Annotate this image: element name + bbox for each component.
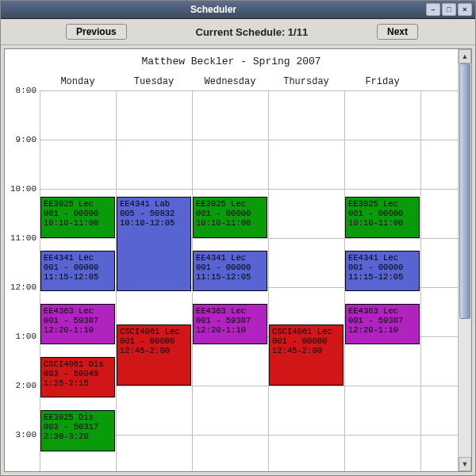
event-line: 001 - 00000 <box>44 209 112 218</box>
event-line: 003 - 50045 <box>44 369 112 378</box>
event-line: EE4341 Lec <box>348 253 416 263</box>
event-line: EE3025 Lec <box>196 199 264 209</box>
previous-button[interactable]: Previous <box>66 24 127 40</box>
event-line: 11:15-12:05 <box>348 272 416 282</box>
event-line: EE3025 Dis <box>44 413 112 422</box>
calendar-grid: Matthew Beckler - Spring 2007 MondayTues… <box>5 49 458 471</box>
event-line: 001 - 00000 <box>272 336 340 346</box>
event-block[interactable]: EE3025 Lec001 - 0000010:10-11:00 <box>193 197 267 238</box>
event-line: 001 - 00000 <box>196 209 264 218</box>
content-area: Matthew Beckler - Spring 2007 MondayTues… <box>4 48 472 472</box>
scroll-down-icon[interactable]: ▼ <box>459 457 471 471</box>
event-line: 001 - 59387 <box>196 316 264 325</box>
event-line: EE3025 Lec <box>348 199 416 209</box>
event-line: 001 - 59387 <box>44 316 112 325</box>
event-line: 001 - 00000 <box>196 263 264 272</box>
event-line: CSCI4061 Dis <box>44 359 112 369</box>
event-line: 10:10-12:05 <box>120 218 188 228</box>
next-button[interactable]: Next <box>377 24 418 40</box>
event-line: EE4363 Lec <box>348 306 416 316</box>
event-block[interactable]: EE4363 Lec001 - 5938712:20-1:10 <box>40 304 115 345</box>
scroll-track[interactable] <box>459 63 471 457</box>
event-block[interactable]: CSCI4061 Lec001 - 0000012:45-2:00 <box>269 324 344 386</box>
event-line: CSCI4061 Lec <box>272 327 340 336</box>
titlebar: Scheduler – □ × <box>1 1 475 19</box>
page-title: Matthew Beckler - Spring 2007 <box>5 56 458 67</box>
event-line: EE4341 Lab <box>120 199 188 209</box>
event-line: 10:10-11:00 <box>348 218 416 228</box>
time-label: 3:00 <box>6 430 36 440</box>
event-line: 2:30-3:20 <box>44 432 112 441</box>
day-header: Wednesday <box>192 76 268 87</box>
event-line: 005 - 50832 <box>120 209 188 218</box>
day-header: Monday <box>40 76 116 87</box>
event-block[interactable]: CSCI4061 Dis003 - 500451:25-2:15 <box>40 357 115 398</box>
event-line: 10:10-11:00 <box>44 218 112 228</box>
event-line: EE4363 Lec <box>44 306 112 316</box>
event-block[interactable]: EE4363 Lec001 - 5938712:20-1:10 <box>193 304 267 345</box>
toolbar: Previous Current Schedule: 1/11 Next <box>1 19 475 45</box>
window-title: Scheduler <box>1 4 426 15</box>
scheduler-window: Scheduler – □ × Previous Current Schedul… <box>0 0 476 476</box>
day-header: Tuesday <box>116 76 192 87</box>
event-line: 10:10-11:00 <box>196 218 264 228</box>
event-line: EE4341 Lec <box>44 253 112 263</box>
window-buttons: – □ × <box>426 3 475 16</box>
event-line: 12:20-1:10 <box>44 325 112 335</box>
event-line: 11:15-12:05 <box>44 272 112 282</box>
event-line: 001 - 00000 <box>120 336 188 346</box>
event-line: 1:25-2:15 <box>44 378 112 388</box>
day-header: Friday <box>344 76 420 87</box>
event-line: EE4363 Lec <box>196 306 264 316</box>
event-block[interactable]: EE3025 Dis003 - 503172:30-3:20 <box>40 410 115 451</box>
event-block[interactable]: EE4341 Lec001 - 0000011:15-12:05 <box>40 251 115 292</box>
scroll-thumb[interactable] <box>459 63 470 319</box>
event-line: EE4341 Lec <box>196 253 264 263</box>
event-block[interactable]: EE4363 Lec001 - 5938712:20-1:10 <box>345 304 420 345</box>
day-header: Thursday <box>268 76 344 87</box>
maximize-icon[interactable]: □ <box>442 3 456 16</box>
event-line: 001 - 00000 <box>44 263 112 272</box>
event-line: 12:20-1:10 <box>348 325 416 335</box>
scroll-up-icon[interactable]: ▲ <box>459 49 471 63</box>
event-block[interactable]: EE4341 Lab005 - 5083210:10-12:05 <box>117 197 191 291</box>
vertical-scrollbar[interactable]: ▲ ▼ <box>458 49 471 471</box>
event-block[interactable]: EE3025 Lec001 - 0000010:10-11:00 <box>345 197 420 238</box>
event-line: 003 - 50317 <box>44 422 112 432</box>
time-label: 9:00 <box>6 135 36 144</box>
event-line: 11:15-12:05 <box>196 272 264 282</box>
event-line: 12:45-2:00 <box>272 346 340 355</box>
time-label: 8:00 <box>6 86 36 95</box>
event-block[interactable]: EE3025 Lec001 - 0000010:10-11:00 <box>40 197 115 238</box>
event-block[interactable]: EE4341 Lec001 - 0000011:15-12:05 <box>193 251 267 292</box>
time-label: 11:00 <box>6 233 36 243</box>
time-label: 10:00 <box>6 184 36 194</box>
event-line: EE3025 Lec <box>44 199 112 209</box>
event-line: 001 - 00000 <box>348 263 416 272</box>
time-label: 1:00 <box>6 332 36 341</box>
time-label: 12:00 <box>6 282 36 292</box>
event-line: 12:20-1:10 <box>196 325 264 335</box>
event-line: 001 - 00000 <box>348 209 416 218</box>
event-line: 12:45-2:00 <box>120 346 188 355</box>
event-block[interactable]: EE4341 Lec001 - 0000011:15-12:05 <box>345 251 420 292</box>
close-icon[interactable]: × <box>458 3 472 16</box>
event-block[interactable]: CSCI4061 Lec001 - 0000012:45-2:00 <box>117 324 191 386</box>
event-line: 001 - 59387 <box>348 316 416 325</box>
minimize-icon[interactable]: – <box>426 3 440 16</box>
time-label: 2:00 <box>6 381 36 390</box>
schedule-status: Current Schedule: 1/11 <box>132 26 372 38</box>
event-line: CSCI4061 Lec <box>120 327 188 336</box>
